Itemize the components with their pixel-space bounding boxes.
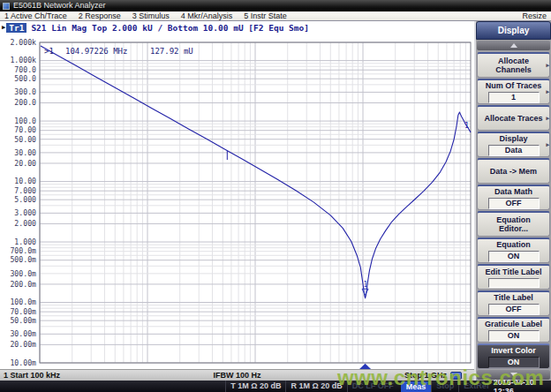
menu-item-2[interactable]: 2 Response: [79, 11, 121, 20]
y-tick-label: 50.00: [14, 135, 36, 144]
softkey-label: Title Label: [490, 293, 536, 302]
y-tick-label: 500.0m: [10, 255, 36, 264]
softkey-sidebar: Display Allocate Channels▸Num Of Traces1…: [474, 21, 551, 381]
y-tick-label: 200.0m: [10, 280, 36, 289]
softkey-equation[interactable]: EquationON: [477, 237, 550, 263]
softkey-value: [488, 278, 540, 288]
softkey-scroll-up[interactable]: [477, 41, 550, 50]
ifbw-value: IFBW 100 Hz: [213, 371, 260, 380]
y-tick-label: 300.0m: [10, 269, 36, 278]
menu-item-1[interactable]: 1 Active Ch/Trace: [4, 11, 67, 20]
softkey-graticule-label[interactable]: Graticule LabelON: [477, 317, 550, 343]
softkey-label: Edit Title Label: [482, 268, 546, 276]
softkey-equation-editor[interactable]: Equation Editor...: [477, 211, 550, 237]
plot-svg[interactable]: 2.000k1.000k700.0500.0300.0200.0100.070.…: [0, 34, 474, 369]
softkey-title-label[interactable]: Title LabelOFF: [477, 290, 550, 316]
dc-bias-status: DC LF OFF: [347, 381, 398, 392]
port-r-attenuation: R 1M Ω 20 dB: [285, 381, 346, 392]
trace-status-line: ▶ Tr1 S21 Lin Mag Top 2.000 kU / Bottom …: [0, 21, 474, 34]
status-bar: T 1M Ω 20 dB R 1M Ω 20 dB DC LF OFF Meas…: [0, 381, 551, 392]
softkey-value: OFF: [488, 304, 540, 315]
marker-readout-value: 127.92 mU: [150, 47, 193, 56]
softkey-data-mem[interactable]: Data -> Mem: [477, 158, 550, 184]
plot-area[interactable]: 2.000k1.000k700.0500.0300.0200.0100.070.…: [0, 34, 474, 369]
y-tick-label: 500.0: [14, 74, 36, 83]
softkey-invert-color[interactable]: Invert ColorON: [477, 343, 550, 369]
menu-item-4[interactable]: 4 Mkr/Analysis: [181, 11, 233, 20]
chevron-up-icon: [510, 43, 517, 48]
y-tick-label: 100.0: [14, 117, 36, 125]
y-tick-label: 300.0: [14, 87, 36, 96]
y-axis-labels: 2.000k1.000k700.0500.0300.0200.0100.070.…: [10, 38, 36, 367]
softkey-edit-title-label[interactable]: Edit Title Label: [477, 264, 550, 290]
trace-settings-text: S21 Lin Mag Top 2.000 kU / Bottom 10.00 …: [31, 23, 309, 33]
y-tick-label: 20.00m: [10, 340, 36, 349]
softkey-value: Data: [488, 145, 540, 156]
start-frequency: 1 Start 100 kHz: [0, 371, 60, 380]
softkey-data-math[interactable]: Data MathOFF: [477, 185, 550, 210]
y-tick-label: 70.00: [14, 125, 36, 134]
submenu-arrow-icon: ▸: [546, 115, 549, 122]
y-tick-label: 200.0: [14, 98, 36, 107]
marker-readout-id: >1: [44, 47, 54, 56]
softkey-label: Allocate Traces: [480, 114, 546, 123]
title-bar: E5061B Network Analyzer: [0, 0, 551, 11]
window-title: E5061B Network Analyzer: [13, 0, 106, 11]
y-tick-label: 20.00: [14, 159, 36, 168]
y-tick-label: 1.000k: [10, 56, 36, 64]
y-tick-label: 5.000: [14, 195, 36, 204]
y-tick-label: 3.000: [14, 208, 36, 217]
softkey-value: OFF: [488, 198, 540, 209]
app-window: E5061B Network Analyzer 1 Active Ch/Trac…: [0, 0, 551, 392]
app-icon: [3, 3, 10, 10]
resize-button[interactable]: Resize: [522, 11, 547, 20]
stop-frequency: Stop 1 GHz: [404, 371, 447, 380]
y-tick-label: 30.00m: [10, 329, 36, 338]
softkey-value: ON: [488, 251, 540, 262]
softkey-allocate-traces[interactable]: Allocate Traces▸: [477, 105, 550, 131]
softkey-display[interactable]: DisplayData▸: [477, 132, 550, 157]
y-tick-label: 2.000k: [10, 38, 36, 47]
y-tick-label: 70.00m: [10, 307, 36, 316]
trace-select-arrow-icon: ▶: [2, 24, 5, 31]
softkey-label: Allocate Channels: [478, 57, 549, 74]
y-tick-label: 30.00: [14, 148, 36, 157]
menu-item-5[interactable]: 5 Instr State: [244, 11, 287, 20]
graticule: [40, 42, 471, 363]
softkey-num-of-traces[interactable]: Num Of Traces1▸: [477, 79, 550, 104]
menu-bar: 1 Active Ch/Trace2 Response3 Stimulus4 M…: [0, 11, 551, 21]
softkey-allocate-channels[interactable]: Allocate Channels▸: [477, 52, 550, 78]
y-tick-label: 50.00m: [10, 316, 36, 325]
y-tick-label: 10.00: [14, 177, 36, 185]
softkey-value: ON: [488, 330, 540, 342]
sweep-status: Stop: [431, 381, 458, 392]
softkey-label: Num Of Traces: [482, 81, 546, 90]
softkey-value: 1: [488, 92, 540, 103]
softkey-label: Data Math: [491, 187, 536, 196]
softkey-menu-title: Display: [476, 21, 551, 40]
y-tick-label: 2.000: [14, 219, 36, 228]
trace-id-chip[interactable]: Tr1: [6, 23, 26, 33]
main-content: ▶ Tr1 S21 Lin Mag Top 2.000 kU / Bottom …: [0, 21, 551, 381]
analyzer-screen: ▶ Tr1 S21 Lin Mag Top 2.000 kU / Bottom …: [0, 21, 474, 381]
softkey-list: Allocate Channels▸Num Of Traces1▸Allocat…: [476, 51, 551, 369]
submenu-arrow-icon: ▸: [546, 141, 549, 148]
y-tick-label: 10.00m: [10, 358, 36, 367]
softkey-label: Equation: [493, 240, 534, 249]
port-t-attenuation: T 1M Ω 20 dB: [225, 381, 285, 392]
y-tick-label: 7.000: [14, 186, 36, 195]
softkey-label: Invert Color: [487, 346, 540, 355]
reference-status: ExtRef: [458, 381, 494, 392]
ext-ref-icon: [450, 372, 462, 380]
submenu-arrow-icon: ▸: [546, 62, 549, 69]
marker-readout: >1104.97226 MHz127.92 mU: [44, 47, 193, 56]
chevron-down-icon: [510, 373, 517, 377]
marker-number: 1: [364, 281, 368, 289]
softkey-value: ON: [488, 357, 540, 368]
menu-item-3[interactable]: 3 Stimulus: [132, 11, 170, 20]
trace-end-label: 1: [464, 121, 469, 130]
y-tick-label: 700.0: [14, 65, 36, 74]
softkey-label: Display: [495, 134, 531, 143]
datetime: 2016-04-10 12:36: [494, 378, 551, 392]
measurement-status-badge: Meas: [401, 381, 432, 392]
